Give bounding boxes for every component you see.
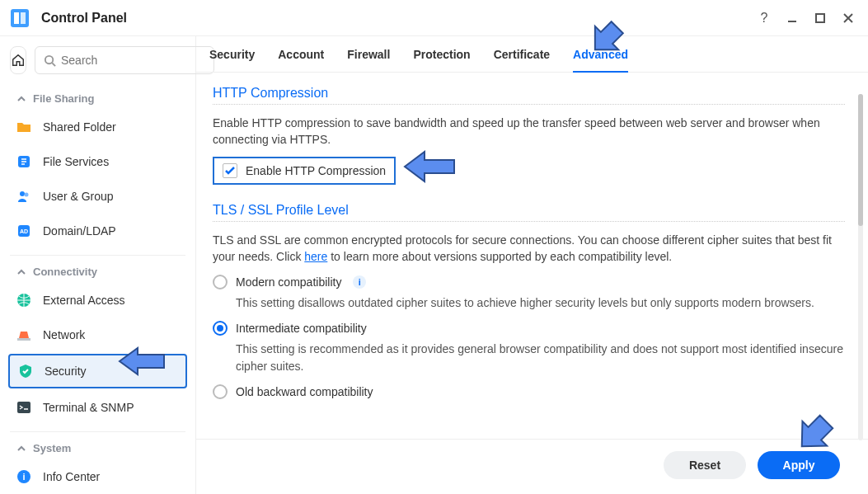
sidebar-item-label: Security xyxy=(45,365,87,378)
radio-label: Old backward compatibility xyxy=(236,385,373,398)
learn-more-link[interactable]: here xyxy=(304,250,327,263)
titlebar: Control Panel ? xyxy=(0,0,868,36)
terminal-icon xyxy=(15,398,33,416)
sidebar-item-security[interactable]: Security xyxy=(8,354,187,388)
svg-rect-15 xyxy=(17,338,30,341)
scrollbar[interactable] xyxy=(858,94,863,440)
ldap-icon: AD xyxy=(15,222,33,240)
sidebar-item-label: Info Center xyxy=(43,470,100,483)
radio-label: Modern compatibility xyxy=(236,275,341,289)
search-field[interactable] xyxy=(35,46,214,74)
home-icon xyxy=(11,53,26,68)
sidebar-item-external-access[interactable]: External Access xyxy=(0,283,195,318)
tab-security[interactable]: Security xyxy=(209,48,255,72)
globe-icon xyxy=(15,291,33,309)
tabs: Security Account Firewall Protection Cer… xyxy=(196,36,868,73)
sidebar: File Sharing Shared Folder File Services… xyxy=(0,36,196,494)
svg-point-10 xyxy=(20,191,25,196)
shield-icon xyxy=(16,362,35,380)
apply-button[interactable]: Apply xyxy=(758,451,840,479)
close-button[interactable] xyxy=(840,10,856,26)
svg-rect-16 xyxy=(17,402,30,413)
sidebar-item-label: Shared Folder xyxy=(43,120,116,134)
sidebar-section-file-sharing[interactable]: File Sharing xyxy=(0,82,195,110)
minimize-button[interactable] xyxy=(784,10,800,26)
sidebar-section-system[interactable]: System xyxy=(0,432,195,459)
footer: Reset Apply xyxy=(196,439,868,494)
svg-rect-1 xyxy=(14,12,19,24)
tab-firewall[interactable]: Firewall xyxy=(347,48,390,72)
search-input[interactable] xyxy=(61,54,205,67)
tab-certificate[interactable]: Certificate xyxy=(494,48,550,72)
section-label: System xyxy=(33,442,71,454)
window-title: Control Panel xyxy=(41,11,127,26)
sidebar-item-label: Network xyxy=(43,328,85,341)
enable-http-compression-checkbox[interactable]: Enable HTTP Compression xyxy=(213,157,396,185)
folder-icon xyxy=(15,118,33,136)
app-icon xyxy=(8,7,31,30)
window-controls: ? xyxy=(756,10,856,26)
tab-advanced[interactable]: Advanced xyxy=(573,48,628,73)
maximize-button[interactable] xyxy=(812,10,828,26)
tab-account[interactable]: Account xyxy=(278,48,324,72)
modern-compat-desc: This setting disallows outdated cipher s… xyxy=(236,294,845,311)
help-button[interactable]: ? xyxy=(756,10,772,26)
svg-text:AD: AD xyxy=(20,228,28,234)
search-icon xyxy=(44,54,56,67)
svg-line-8 xyxy=(52,63,55,66)
radio-intermediate-compat[interactable]: Intermediate compatibility xyxy=(213,321,845,336)
section-label: File Sharing xyxy=(33,92,94,105)
chevron-up-icon xyxy=(16,444,26,454)
sidebar-item-file-services[interactable]: File Services xyxy=(0,144,195,179)
network-icon xyxy=(15,326,33,344)
radio-label: Intermediate compatibility xyxy=(236,322,367,335)
sidebar-item-label: User & Group xyxy=(43,190,114,203)
sidebar-item-label: Domain/LDAP xyxy=(43,224,116,238)
sidebar-item-label: External Access xyxy=(43,294,125,307)
checkbox-label: Enable HTTP Compression xyxy=(246,164,386,177)
radio-old-compat[interactable]: Old backward compatibility xyxy=(213,384,845,399)
sidebar-item-info-center[interactable]: i Info Center xyxy=(0,459,195,494)
tls-title: TLS / SSL Profile Level xyxy=(213,203,845,218)
radio-icon xyxy=(213,275,228,289)
main-panel: Security Account Firewall Protection Cer… xyxy=(196,36,868,494)
sidebar-section-connectivity[interactable]: Connectivity xyxy=(0,256,195,283)
info-icon: i xyxy=(15,468,33,486)
sidebar-item-label: Terminal & SNMP xyxy=(43,401,134,414)
content-area: HTTP Compression Enable HTTP compression… xyxy=(196,73,868,439)
http-compression-title: HTTP Compression xyxy=(213,86,845,101)
reset-button[interactable]: Reset xyxy=(664,451,746,479)
svg-rect-0 xyxy=(11,9,29,27)
scrollbar-thumb[interactable] xyxy=(858,94,863,226)
svg-point-7 xyxy=(45,55,53,63)
sidebar-item-user-group[interactable]: User & Group xyxy=(0,179,195,214)
home-button[interactable] xyxy=(10,46,26,74)
sidebar-item-terminal-snmp[interactable]: Terminal & SNMP xyxy=(0,390,195,425)
tls-desc: TLS and SSL are common encrypted protoco… xyxy=(213,232,845,266)
svg-rect-4 xyxy=(816,14,824,22)
http-compression-desc: Enable HTTP compression to save bandwidt… xyxy=(213,115,845,148)
svg-rect-2 xyxy=(21,12,26,24)
chevron-up-icon xyxy=(16,267,26,277)
svg-text:i: i xyxy=(22,472,25,482)
info-icon[interactable]: i xyxy=(353,275,366,289)
sidebar-item-network[interactable]: Network xyxy=(0,318,195,352)
file-services-icon xyxy=(15,153,33,171)
radio-modern-compat[interactable]: Modern compatibility i xyxy=(213,275,845,289)
tls-desc-part2: to learn more about versions supported b… xyxy=(327,250,672,263)
users-icon xyxy=(15,187,33,205)
section-label: Connectivity xyxy=(33,266,97,278)
window-root: Control Panel ? xyxy=(0,0,868,494)
checkbox-icon xyxy=(223,163,237,178)
svg-point-11 xyxy=(25,193,29,197)
intermediate-compat-desc: This setting is recommended as it provid… xyxy=(236,341,845,374)
sidebar-item-shared-folder[interactable]: Shared Folder xyxy=(0,110,195,144)
radio-icon xyxy=(213,384,228,399)
radio-icon xyxy=(213,321,228,336)
sidebar-item-label: File Services xyxy=(43,155,109,168)
chevron-up-icon xyxy=(16,94,26,104)
sidebar-item-domain-ldap[interactable]: AD Domain/LDAP xyxy=(0,214,195,248)
tab-protection[interactable]: Protection xyxy=(413,48,470,72)
